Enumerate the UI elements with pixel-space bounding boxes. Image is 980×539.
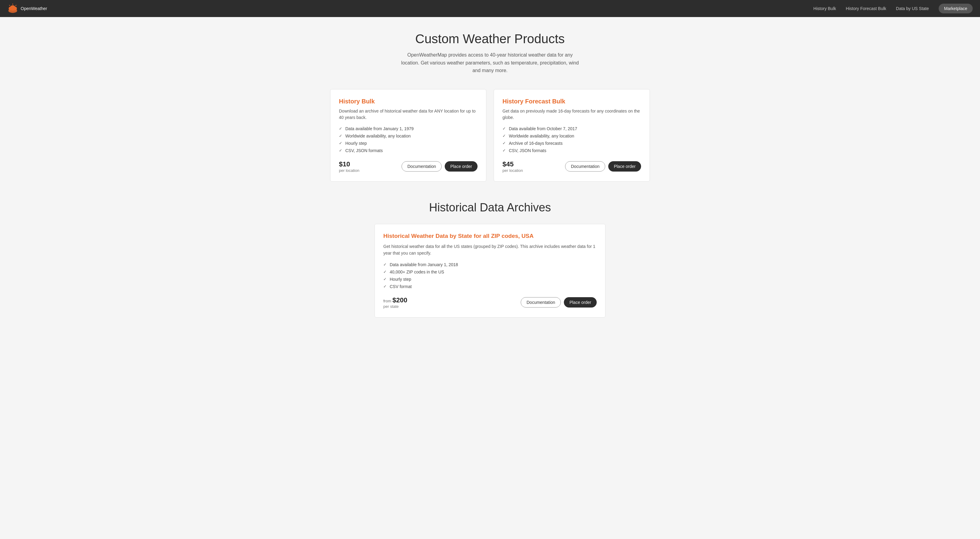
- product-footer-history-bulk: $10 per location Documentation Place ord…: [339, 160, 477, 173]
- product-actions: Documentation Place order: [565, 161, 641, 172]
- feature-item: Worldwide availability, any location: [503, 134, 641, 139]
- place-order-button[interactable]: Place order: [608, 161, 641, 172]
- feature-item: Hourly step: [383, 277, 597, 282]
- archive-price-block: from $200 per state: [383, 296, 407, 309]
- price-unit: per location: [503, 168, 523, 173]
- archive-documentation-button[interactable]: Documentation: [521, 297, 561, 308]
- hero-subtitle: OpenWeatherMap provides access to 40-yea…: [399, 51, 581, 75]
- archive-footer: from $200 per state Documentation Place …: [383, 296, 597, 309]
- marketplace-button[interactable]: Marketplace: [939, 4, 973, 13]
- feature-item: Archive of 16-days forecasts: [503, 141, 641, 146]
- archive-feature-list: Data available from January 1, 2018 40,0…: [383, 262, 597, 289]
- price-amount: $10: [339, 160, 359, 168]
- archive-price-top: from $200: [383, 296, 407, 304]
- feature-item: 40,000+ ZIP codes in the US: [383, 270, 597, 274]
- price-amount: $45: [503, 160, 523, 168]
- feature-item: Hourly step: [339, 141, 477, 146]
- product-desc-history-bulk: Download an archive of historical weathe…: [339, 108, 477, 121]
- openweather-logo-icon: [7, 3, 18, 14]
- nav-link-data-by-us-state[interactable]: Data by US State: [896, 6, 929, 11]
- feature-item: Worldwide availability, any location: [339, 134, 477, 139]
- archives-section: Historical Data Archives Historical Weat…: [330, 201, 650, 317]
- feature-list-history-bulk: Data available from January 1, 1979 Worl…: [339, 126, 477, 153]
- navbar: OpenWeather History Bulk History Forecas…: [0, 0, 980, 17]
- svg-point-2: [9, 7, 13, 11]
- products-grid: History Bulk Download an archive of hist…: [330, 89, 650, 182]
- archives-title: Historical Data Archives: [330, 201, 650, 214]
- product-desc-history-forecast-bulk: Get data on previously made 16-day forec…: [503, 108, 641, 121]
- archive-card-desc: Get historical weather data for all the …: [383, 243, 597, 257]
- feature-item: Data available from October 7, 2017: [503, 126, 641, 131]
- feature-item: Data available from January 1, 1979: [339, 126, 477, 131]
- archive-card-title: Historical Weather Data by State for all…: [383, 233, 597, 239]
- main-content: Custom Weather Products OpenWeatherMap p…: [323, 17, 657, 342]
- nav-link-history-forecast-bulk[interactable]: History Forecast Bulk: [846, 6, 886, 11]
- documentation-button[interactable]: Documentation: [401, 161, 442, 172]
- hero-title: Custom Weather Products: [330, 32, 650, 46]
- feature-item: CSV, JSON formats: [503, 148, 641, 153]
- documentation-button[interactable]: Documentation: [565, 161, 605, 172]
- product-card-history-forecast-bulk: History Forecast Bulk Get data on previo…: [494, 89, 650, 182]
- price-block: $10 per location: [339, 160, 359, 173]
- product-footer-history-forecast-bulk: $45 per location Documentation Place ord…: [503, 160, 641, 173]
- archive-card: Historical Weather Data by State for all…: [374, 224, 606, 317]
- logo-link[interactable]: OpenWeather: [7, 3, 47, 14]
- svg-point-3: [13, 7, 17, 11]
- nav-link-history-bulk[interactable]: History Bulk: [813, 6, 836, 11]
- archive-unit: per state: [383, 304, 407, 309]
- product-actions: Documentation Place order: [401, 161, 477, 172]
- feature-item: Data available from January 1, 2018: [383, 262, 597, 267]
- price-unit: per location: [339, 168, 359, 173]
- product-title-history-forecast-bulk: History Forecast Bulk: [503, 98, 641, 105]
- archive-from-label: from: [383, 299, 391, 303]
- archive-amount: $200: [393, 296, 407, 304]
- archive-actions: Documentation Place order: [521, 297, 597, 308]
- product-title-history-bulk: History Bulk: [339, 98, 477, 105]
- hero-section: Custom Weather Products OpenWeatherMap p…: [330, 32, 650, 75]
- svg-line-6: [9, 5, 10, 6]
- product-card-history-bulk: History Bulk Download an archive of hist…: [330, 89, 486, 182]
- logo-text: OpenWeather: [21, 6, 47, 11]
- nav-links: History Bulk History Forecast Bulk Data …: [813, 4, 973, 13]
- feature-list-history-forecast-bulk: Data available from October 7, 2017 Worl…: [503, 126, 641, 153]
- price-block: $45 per location: [503, 160, 523, 173]
- place-order-button[interactable]: Place order: [445, 161, 477, 172]
- feature-item: CSV, JSON formats: [339, 148, 477, 153]
- archive-place-order-button[interactable]: Place order: [564, 297, 597, 308]
- feature-item: CSV format: [383, 284, 597, 289]
- svg-line-5: [16, 5, 16, 6]
